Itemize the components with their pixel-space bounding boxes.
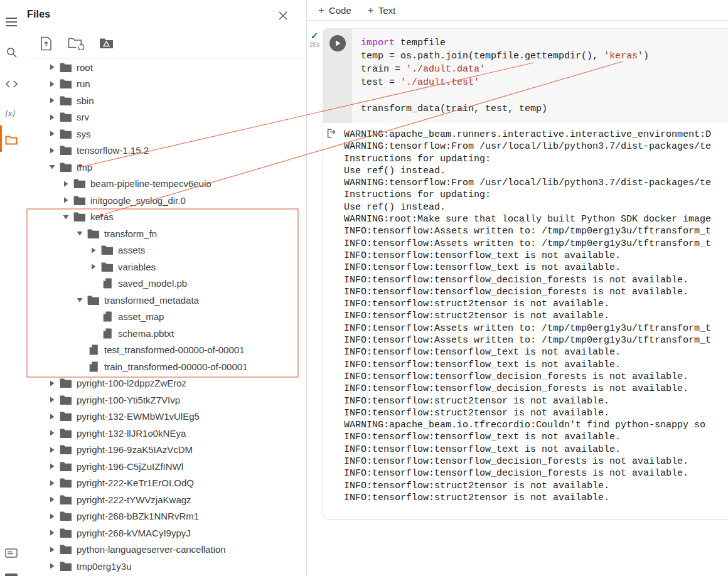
chevron-right-icon[interactable] <box>46 378 57 388</box>
tree-item-sbin[interactable]: sbin <box>23 92 306 109</box>
tree-item-tensorflow-1.15.2[interactable]: tensorflow-1.15.2 <box>23 142 306 159</box>
tree-item-label: pyright-196-C5jZuIZfINWl <box>77 461 183 472</box>
tree-item-beam-pipeline-tempecv6euio[interactable]: beam-pipeline-tempecv6euio <box>23 176 306 193</box>
plus-icon: + <box>318 5 324 16</box>
svg-text:{x}: {x} <box>5 109 16 118</box>
tree-item-saved_model.pb[interactable]: saved_model.pb <box>23 275 306 292</box>
tree-item-pyright-132-EWMbW1vUlEg5[interactable]: pyright-132-EWMbW1vUlEg5 <box>23 408 306 425</box>
folder-icon <box>59 161 72 173</box>
chevron-right-icon[interactable] <box>46 145 57 156</box>
tree-item-pyright-196-C5jZuIZfINWl[interactable]: pyright-196-C5jZuIZfINWl <box>23 458 306 475</box>
tree-item-tmp[interactable]: tmp <box>23 159 306 176</box>
variables-icon[interactable]: {x} <box>3 105 19 121</box>
tree-item-keras[interactable]: keras <box>23 209 306 226</box>
chevron-right-icon[interactable] <box>46 78 57 89</box>
code-area[interactable]: import tempfiletemp = os.path.join(tempf… <box>352 29 649 123</box>
chevron-right-icon[interactable] <box>46 477 57 488</box>
folder-icon <box>59 411 72 422</box>
tree-item-label: pyright-196-9zaK5IAzVcDM <box>77 444 193 455</box>
tree-item-pyright-100-l2dppzZwEroz[interactable]: pyright-100-l2dppzZwEroz <box>23 375 306 392</box>
code-cell: import tempfiletemp = os.path.join(tempf… <box>323 28 728 520</box>
tree-item-assets[interactable]: assets <box>23 242 306 259</box>
chevron-right-icon[interactable] <box>46 544 57 555</box>
tree-item-pyright-268-bBZk1NNRvRm1[interactable]: pyright-268-bBZk1NNRvRm1 <box>23 508 306 525</box>
code-line: train = './adult.data' <box>361 63 649 76</box>
chevron-right-icon[interactable] <box>46 428 57 439</box>
chevron-right-icon[interactable] <box>60 178 71 189</box>
chevron-right-icon[interactable] <box>46 129 57 139</box>
search-icon[interactable] <box>3 44 19 60</box>
tree-item-label: pyright-222-KeTr1ErOLOdQ <box>77 477 194 488</box>
chevron-right-icon[interactable] <box>46 528 57 538</box>
chevron-down-icon[interactable] <box>60 211 71 222</box>
tree-item-variables[interactable]: variables <box>23 259 306 275</box>
files-panel-title: Files <box>27 9 50 19</box>
folder-icon <box>59 61 72 73</box>
chevron-right-icon[interactable] <box>88 245 99 255</box>
chevron-right-icon[interactable] <box>46 444 57 455</box>
add-text-button[interactable]: + Text <box>368 5 395 16</box>
tree-item-srv[interactable]: srv <box>23 109 306 126</box>
tree-item-label: initgoogle_syslog_dir.0 <box>90 195 186 206</box>
chevron-right-icon[interactable] <box>46 511 57 521</box>
tree-item-pyright-268-kVMACyI9ypyJ[interactable]: pyright-268-kVMACyI9ypyJ <box>23 525 306 541</box>
run-cell-button[interactable] <box>329 35 346 51</box>
clipped-bottom-icon[interactable] <box>3 568 19 576</box>
upload-file-icon[interactable] <box>38 35 54 51</box>
refresh-folder-icon[interactable] <box>68 35 84 51</box>
tree-item-asset_map[interactable]: asset_map <box>23 309 306 326</box>
code-editor-section[interactable]: import tempfiletemp = os.path.join(tempf… <box>323 29 728 123</box>
chevron-right-icon[interactable] <box>46 62 57 73</box>
tree-item-pyright-222-tYWVzjaKwagz[interactable]: pyright-222-tYWVzjaKwagz <box>23 491 306 508</box>
tree-item-tmp0erg1y3u[interactable]: tmp0erg1y3u <box>23 558 306 575</box>
terminal-icon[interactable] <box>3 545 19 561</box>
tree-item-sys[interactable]: sys <box>23 125 306 142</box>
tree-item-test_transformed-00000-of-00001[interactable]: test_transformed-00000-of-00001 <box>23 342 306 359</box>
tree-item-label: tmp0erg1y3u <box>77 561 132 572</box>
tree-item-transform_fn[interactable]: transform_fn <box>23 225 306 242</box>
chevron-down-icon[interactable] <box>46 162 57 173</box>
chevron-right-icon[interactable] <box>46 395 57 405</box>
chevron-right-icon[interactable] <box>88 262 99 272</box>
tree-item-pyright-196-9zaK5IAzVcDM[interactable]: pyright-196-9zaK5IAzVcDM <box>23 442 306 459</box>
tree-item-label: test_transformed-00000-of-00001 <box>104 344 244 355</box>
tree-item-pyright-222-KeTr1ErOLOdQ[interactable]: pyright-222-KeTr1ErOLOdQ <box>23 475 306 492</box>
mount-drive-icon[interactable] <box>98 35 114 51</box>
tree-item-label: tensorflow-1.15.2 <box>77 145 149 156</box>
chevron-right-icon[interactable] <box>46 461 57 472</box>
chevron-down-icon[interactable] <box>74 228 85 239</box>
output-line: INFO:tensorflow:tensorflow_decision_fore… <box>344 286 728 298</box>
output-line: INFO:tensorflow:struct2tensor is not ava… <box>344 395 728 407</box>
files-active-icon[interactable] <box>3 132 19 148</box>
tree-item-train_transformed-00000-of-00001[interactable]: train_transformed-00000-of-00001 <box>23 358 306 375</box>
output-line: INFO:tensorflow:tensorflow_text is not a… <box>344 444 728 456</box>
tree-item-run[interactable]: run <box>23 76 306 93</box>
tree-item-pyright-132-llJR1o0kNEya[interactable]: pyright-132-llJR1o0kNEya <box>23 425 306 442</box>
chevron-right-icon[interactable] <box>46 561 57 572</box>
output-line: WARNING:tensorflow:From /usr/local/lib/p… <box>344 177 728 189</box>
output-line: Use ref() instead. <box>344 165 728 177</box>
chevron-right-icon[interactable] <box>46 112 57 122</box>
chevron-right-icon[interactable] <box>46 411 57 422</box>
close-icon[interactable] <box>276 9 290 23</box>
table-of-contents-icon[interactable] <box>3 14 19 30</box>
tree-item-transformed_metadata[interactable]: transformed_metadata <box>23 292 306 309</box>
tree-item-root[interactable]: root <box>23 59 306 76</box>
code-snippets-icon[interactable] <box>3 76 19 92</box>
tree-item-schema.pbtxt[interactable]: schema.pbtxt <box>23 325 306 342</box>
chevron-right-icon[interactable] <box>46 95 57 106</box>
tree-item-label: pyright-100-l2dppzZwEroz <box>77 378 186 388</box>
chevron-down-icon[interactable] <box>74 295 85 306</box>
chevron-right-icon[interactable] <box>46 494 57 505</box>
panel-divider[interactable] <box>306 0 307 576</box>
output-line: WARNING:tensorflow:From /usr/local/lib/p… <box>344 141 728 152</box>
tree-item-label: pyright-100-Yti5tkZ7VIvp <box>77 395 180 405</box>
chevron-right-icon[interactable] <box>60 195 71 206</box>
folder-icon <box>59 544 72 555</box>
tree-item-pyright-100-Yti5tkZ7VIvp[interactable]: pyright-100-Yti5tkZ7VIvp <box>23 392 306 408</box>
tree-item-initgoogle_syslog_dir.0[interactable]: initgoogle_syslog_dir.0 <box>23 192 306 209</box>
tree-item-python-languageserver-cancellation[interactable]: python-languageserver-cancellation <box>23 541 306 558</box>
add-code-button[interactable]: + Code <box>318 5 351 16</box>
output-line: INFO:tensorflow:tensorflow_decision_fore… <box>344 371 728 383</box>
tree-item-label: sbin <box>77 95 94 106</box>
